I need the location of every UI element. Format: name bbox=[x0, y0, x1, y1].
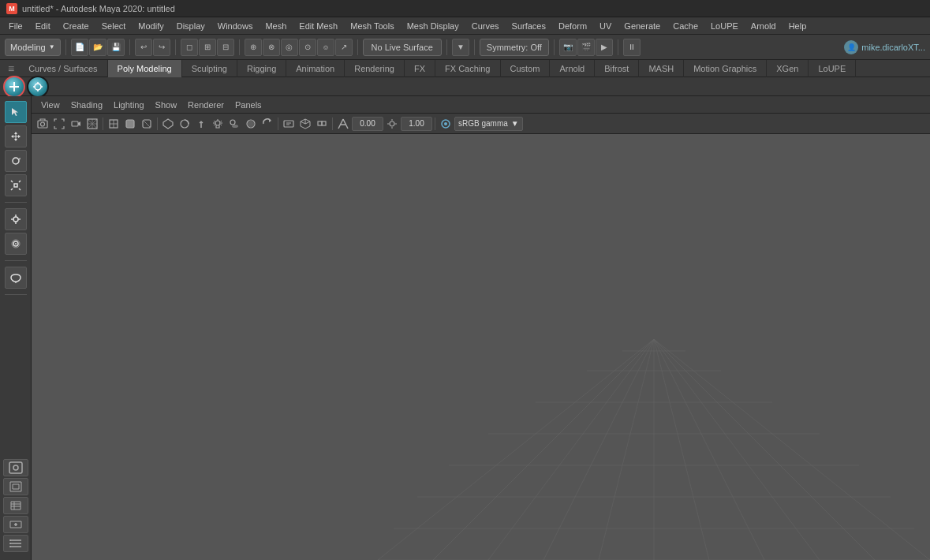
tab-bifrost[interactable]: Bifrost bbox=[595, 60, 639, 77]
camera-button[interactable]: 📷 bbox=[559, 39, 577, 56]
tool-icon-secondary[interactable] bbox=[27, 76, 49, 98]
vt-backface-button[interactable] bbox=[177, 116, 192, 132]
exposure-input[interactable] bbox=[401, 117, 432, 131]
ipr-button[interactable]: ▶ bbox=[596, 39, 613, 56]
tab-sculpting[interactable]: Sculpting bbox=[182, 60, 237, 77]
select-by-object-button[interactable]: ◻ bbox=[181, 39, 198, 56]
add-divider-button[interactable] bbox=[3, 516, 28, 533]
soft-mod-button[interactable] bbox=[5, 233, 27, 255]
vt-ao-button[interactable] bbox=[243, 116, 259, 132]
menu-modify[interactable]: Modify bbox=[133, 20, 169, 32]
tab-fx-caching[interactable]: FX Caching bbox=[435, 60, 500, 77]
viewport-fit-button[interactable] bbox=[51, 116, 67, 132]
snap-curve-button[interactable]: ⊗ bbox=[263, 39, 280, 56]
menu-mesh[interactable]: Mesh bbox=[260, 20, 292, 32]
tab-rigging[interactable]: Rigging bbox=[237, 60, 286, 77]
tab-loupe[interactable]: LoUPE bbox=[809, 60, 856, 77]
viewport-menu-shading[interactable]: Shading bbox=[66, 99, 107, 111]
snap-view-button[interactable]: ⊙ bbox=[299, 39, 316, 56]
viewport-menu-show[interactable]: Show bbox=[151, 99, 182, 111]
snap-grid-button[interactable]: ⊕ bbox=[245, 39, 262, 56]
menu-windows[interactable]: Windows bbox=[212, 20, 259, 32]
viewport-menu-lighting[interactable]: Lighting bbox=[109, 99, 149, 111]
open-file-button[interactable]: 📂 bbox=[89, 39, 106, 56]
magnet-button[interactable]: ↗ bbox=[335, 39, 353, 56]
tab-rendering[interactable]: Rendering bbox=[345, 60, 405, 77]
snap-surface-button[interactable]: ⌾ bbox=[317, 39, 334, 56]
tool-icon-primary[interactable] bbox=[3, 76, 25, 98]
snap-button[interactable]: ⊞ bbox=[199, 39, 216, 56]
viewport-canvas[interactable]: .grid-line { stroke: #666; stroke-width:… bbox=[32, 134, 930, 560]
vt-refresh-button[interactable] bbox=[260, 116, 275, 132]
quick-select-button[interactable] bbox=[3, 459, 28, 476]
vt-light-button[interactable] bbox=[210, 116, 226, 132]
menu-select[interactable]: Select bbox=[96, 20, 132, 32]
undo-button[interactable]: ↩ bbox=[135, 39, 152, 56]
redo-button[interactable]: ↪ bbox=[153, 39, 170, 56]
menu-file[interactable]: File bbox=[3, 20, 28, 32]
vt-wireframe-button[interactable] bbox=[106, 116, 121, 132]
workspace-selector[interactable]: Modeling ▼ bbox=[5, 39, 61, 56]
menu-create[interactable]: Create bbox=[58, 20, 95, 32]
viewport-menu-renderer[interactable]: Renderer bbox=[183, 99, 229, 111]
viewport-grid-toggle-button[interactable] bbox=[84, 116, 100, 132]
vt-iso-button[interactable] bbox=[160, 116, 176, 132]
live-surface-arrow[interactable]: ▼ bbox=[452, 39, 469, 56]
vt-shaded-button[interactable] bbox=[139, 116, 155, 132]
lasso-tool-button[interactable] bbox=[5, 267, 27, 289]
color-space-dropdown[interactable]: sRGB gamma ▼ bbox=[454, 117, 523, 131]
vt-view-cube-button[interactable] bbox=[297, 116, 313, 132]
menu-curves[interactable]: Curves bbox=[466, 20, 505, 32]
symmetry-button[interactable]: Symmetry: Off bbox=[480, 39, 549, 56]
snap2-button[interactable]: ⊟ bbox=[217, 39, 234, 56]
vt-normals-button[interactable] bbox=[193, 116, 209, 132]
render-button[interactable]: 🎬 bbox=[577, 39, 595, 56]
viewport-camera-button[interactable] bbox=[35, 116, 50, 132]
tab-motion-graphics[interactable]: Motion Graphics bbox=[684, 60, 767, 77]
live-surface-button[interactable]: No Live Surface bbox=[363, 39, 442, 56]
menu-mesh-tools[interactable]: Mesh Tools bbox=[345, 20, 399, 32]
menu-edit-mesh[interactable]: Edit Mesh bbox=[293, 20, 343, 32]
viewport-menu-view[interactable]: View bbox=[36, 99, 65, 111]
list-view-button[interactable] bbox=[3, 535, 28, 552]
vt-smooth-button[interactable] bbox=[122, 116, 138, 132]
menu-surfaces[interactable]: Surfaces bbox=[506, 20, 551, 32]
menu-help[interactable]: Help bbox=[783, 20, 812, 32]
tab-mash[interactable]: MASH bbox=[639, 60, 684, 77]
menu-uv[interactable]: UV bbox=[594, 20, 617, 32]
move-tool-button[interactable] bbox=[5, 125, 27, 147]
menu-cache[interactable]: Cache bbox=[667, 20, 704, 32]
tab-xgen[interactable]: XGen bbox=[767, 60, 809, 77]
vt-shadow-button[interactable] bbox=[226, 116, 242, 132]
vt-selection-button[interactable] bbox=[314, 116, 330, 132]
menu-arnold[interactable]: Arnold bbox=[745, 20, 782, 32]
menu-edit[interactable]: Edit bbox=[30, 20, 56, 32]
gamma-input[interactable] bbox=[352, 117, 383, 131]
save-file-button[interactable]: 💾 bbox=[107, 39, 125, 56]
tab-custom[interactable]: Custom bbox=[501, 60, 551, 77]
viewport-menu-panels[interactable]: Panels bbox=[230, 99, 267, 111]
menu-generate[interactable]: Generate bbox=[618, 20, 666, 32]
tab-fx[interactable]: FX bbox=[405, 60, 435, 77]
menu-mesh-display[interactable]: Mesh Display bbox=[402, 20, 465, 32]
select-tool-button[interactable] bbox=[5, 101, 27, 123]
tab-curves-surfaces[interactable]: Curves / Surfaces bbox=[19, 60, 107, 77]
tab-animation[interactable]: Animation bbox=[286, 60, 345, 77]
universal-tool-button[interactable] bbox=[5, 208, 27, 230]
tab-arnold[interactable]: Arnold bbox=[550, 60, 595, 77]
scale-tool-button[interactable] bbox=[5, 174, 27, 196]
channel-box-button[interactable] bbox=[3, 497, 28, 514]
viewport[interactable]: View Shading Lighting Show Renderer Pane… bbox=[32, 96, 930, 560]
vt-cam-sel-button[interactable] bbox=[281, 116, 297, 132]
resize-button[interactable] bbox=[3, 478, 28, 495]
viewport-select-camera-button[interactable] bbox=[68, 116, 84, 132]
tab-menu-button[interactable]: ≡ bbox=[3, 62, 19, 75]
snap-point-button[interactable]: ◎ bbox=[281, 39, 298, 56]
rotate-tool-button[interactable] bbox=[5, 150, 27, 172]
tab-poly-modeling[interactable]: Poly Modeling bbox=[108, 60, 182, 77]
menu-loupe[interactable]: LoUPE bbox=[705, 20, 744, 32]
new-file-button[interactable]: 📄 bbox=[71, 39, 88, 56]
menu-display[interactable]: Display bbox=[171, 20, 211, 32]
menu-deform[interactable]: Deform bbox=[553, 20, 592, 32]
pause-button[interactable]: ⏸ bbox=[623, 39, 641, 56]
